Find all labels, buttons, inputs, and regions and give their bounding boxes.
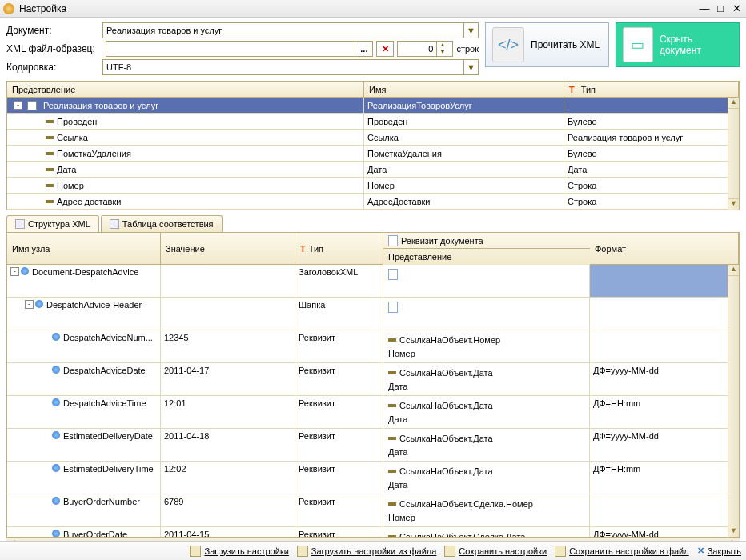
cell-format: ДФ=yyyy-MM-dd: [590, 527, 739, 537]
load-settings-button[interactable]: Загрузить настройки: [190, 546, 288, 557]
encoding-combo[interactable]: UTF-8 ▼: [102, 59, 479, 75]
hide-doc-button[interactable]: ▭ Скрыть документ: [616, 22, 740, 67]
cell-requisite: СсылкаНаОбъект.ДатаДата: [383, 363, 590, 395]
dropdown-icon[interactable]: ▼: [463, 23, 478, 38]
node-name: BuyerOrderNumber: [63, 497, 140, 506]
cell-format: [590, 330, 739, 362]
spin-up-icon[interactable]: ▲: [437, 42, 447, 49]
col-type[interactable]: TТип: [295, 233, 383, 265]
load-from-file-button[interactable]: Загрузить настройки из файла: [297, 546, 437, 557]
expander-icon[interactable]: -: [25, 300, 34, 309]
cell-requisite: СсылкаНаОбъект.НомерНомер: [383, 330, 590, 362]
cell-text: Ссылка: [364, 130, 564, 145]
table-row[interactable]: Адрес доставкиАдресДоставкиСтрока: [7, 194, 739, 210]
doc-icon: [388, 235, 398, 246]
xml-row[interactable]: DespatchAdviceNum...12345РеквизитСсылкаН…: [7, 330, 739, 363]
minimize-button[interactable]: —: [698, 2, 711, 14]
node-name: Document-DespatchAdvice: [32, 267, 138, 277]
col-representation[interactable]: Представление: [7, 82, 364, 97]
xml-row[interactable]: EstimatedDeliveryDate2011-04-18РеквизитС…: [7, 429, 739, 462]
node-name: EstimatedDeliveryTime: [63, 464, 154, 474]
col-requisite[interactable]: Реквизит документа Представление: [383, 233, 590, 265]
tab-mapping-table[interactable]: Таблица соответствия: [101, 215, 223, 232]
node-name: DespatchAdvice-Header: [46, 300, 142, 310]
xml-row[interactable]: -DespatchAdvice-HeaderШапка: [7, 298, 739, 330]
maximize-button[interactable]: □: [714, 2, 727, 14]
node-icon: [52, 497, 60, 505]
type-icon: T: [569, 85, 575, 94]
col-name[interactable]: Имя: [364, 82, 564, 97]
xml-table: Имя узла Значение TТип Реквизит документ…: [6, 232, 740, 538]
top-tbody: -Реализация товаров и услугРеализацияТов…: [7, 98, 739, 210]
read-xml-button[interactable]: </> Прочитать XML: [485, 22, 609, 67]
node-icon: [21, 267, 29, 275]
table-row[interactable]: ПометкаУдаленияПометкаУдаленияБулево: [7, 146, 739, 162]
hide-doc-label: Скрыть документ: [660, 34, 732, 56]
cell-value: [161, 298, 295, 330]
col-nodename[interactable]: Имя узла: [7, 233, 161, 265]
cell-text: Реализация товаров и услуг: [43, 101, 158, 110]
xmlfile-input[interactable]: ...: [106, 41, 373, 57]
cell-format: [590, 494, 739, 526]
cell-text: Дата: [364, 162, 564, 177]
lines-value: 0: [428, 44, 433, 54]
close-button[interactable]: ✕: [730, 2, 743, 14]
attr-icon: [388, 338, 396, 342]
expander-icon[interactable]: -: [10, 267, 19, 276]
node-name: EstimatedDeliveryDate: [63, 431, 153, 441]
xml-row[interactable]: EstimatedDeliveryTime12:02РеквизитСсылка…: [7, 462, 739, 494]
node-icon: [52, 333, 60, 341]
spin-down-icon[interactable]: ▼: [437, 49, 447, 56]
cell-text: Адрес доставки: [57, 197, 121, 206]
attr-icon: [46, 200, 54, 203]
cell-text: Строка: [564, 194, 739, 209]
load-file-icon: [297, 546, 308, 557]
cell-format: [590, 298, 739, 330]
cell-type: Реквизит: [295, 429, 383, 461]
node-icon: [52, 431, 60, 439]
attr-icon: [388, 437, 396, 440]
top-scrollbar[interactable]: ▲▼: [728, 98, 739, 210]
cell-text: [564, 98, 739, 113]
xml-row[interactable]: DespatchAdviceDate2011-04-17РеквизитСсыл…: [7, 363, 739, 396]
attr-icon: [388, 371, 396, 374]
cell-requisite: СсылкаНаОбъект.Сделка.ДатаДата: [383, 527, 590, 537]
node-name: BuyerOrderDate: [63, 530, 127, 537]
expander-icon[interactable]: -: [14, 101, 22, 110]
load-icon: [190, 546, 201, 557]
table-row[interactable]: -Реализация товаров и услугРеализацияТов…: [7, 98, 739, 114]
cell-value: 12:02: [161, 462, 295, 494]
xml-scrollbar[interactable]: ▲▼: [728, 265, 739, 537]
table-row[interactable]: ДатаДатаДата: [7, 162, 739, 178]
dropdown-icon[interactable]: ▼: [463, 60, 478, 74]
document-combo[interactable]: Реализация товаров и услуг ▼: [102, 22, 479, 38]
cell-format: ДФ=HH:mm: [590, 462, 739, 494]
cell-type: Реквизит: [295, 363, 383, 395]
doc-icon: ▭: [623, 27, 653, 62]
save-settings-button[interactable]: Сохранить настройки: [444, 546, 547, 557]
xml-row[interactable]: -Document-DespatchAdviceЗаголовокXML: [7, 265, 739, 298]
col-format[interactable]: Формат: [590, 233, 739, 265]
table-row[interactable]: ПроведенПроведенБулево: [7, 114, 739, 130]
col-value[interactable]: Значение: [161, 233, 295, 265]
xml-row[interactable]: BuyerOrderNumber6789РеквизитСсылкаНаОбъе…: [7, 494, 739, 527]
clear-button[interactable]: ✕: [376, 41, 394, 57]
browse-button[interactable]: ...: [355, 42, 372, 56]
cell-text: ПометкаУдаления: [57, 149, 131, 158]
cell-type: Шапка: [295, 298, 383, 330]
lines-input[interactable]: 0 ▲▼: [397, 41, 453, 57]
node-icon: [35, 300, 43, 308]
checkbox[interactable]: [27, 101, 37, 110]
node-name: DespatchAdviceNum...: [63, 333, 153, 342]
xml-row[interactable]: BuyerOrderDate2011-04-15РеквизитСсылкаНа…: [7, 527, 739, 537]
cell-value: 12345: [161, 330, 295, 362]
cell-type: ЗаголовокXML: [295, 265, 383, 297]
table-row[interactable]: НомерНомерСтрока: [7, 178, 739, 194]
xml-row[interactable]: DespatchAdviceTime12:01РеквизитСсылкаНаО…: [7, 396, 739, 429]
encoding-label: Кодировка:: [6, 62, 102, 73]
save-to-file-button[interactable]: Сохранить настройки в файл: [555, 546, 688, 557]
tab-xml-structure[interactable]: Структура XML: [6, 215, 99, 232]
table-row[interactable]: СсылкаСсылкаРеализация товаров и услуг: [7, 130, 739, 146]
col-type[interactable]: TТип: [564, 82, 739, 97]
close-footer-button[interactable]: ✕Закрыть: [697, 546, 741, 556]
